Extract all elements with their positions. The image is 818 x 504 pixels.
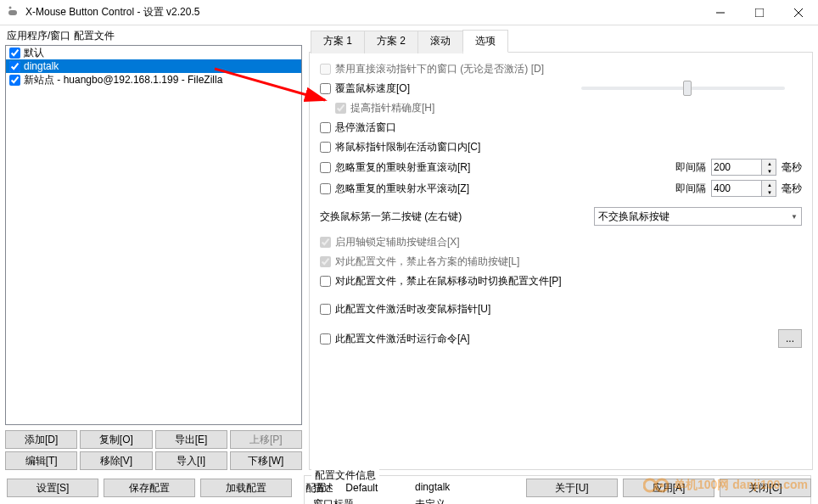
lock-cursor-checkbox[interactable]: [320, 142, 331, 153]
disable-scroll-checkbox: [320, 64, 331, 75]
list-item[interactable]: 默认: [6, 46, 301, 59]
remove-button[interactable]: 移除[V]: [80, 451, 152, 470]
list-item[interactable]: dingtalk: [6, 59, 301, 73]
profile-checkbox[interactable]: [9, 48, 20, 59]
horizontal-interval-input[interactable]: [711, 180, 762, 197]
maximize-icon: [755, 8, 764, 17]
tab-scheme1[interactable]: 方案 1: [311, 31, 365, 53]
svg-rect-0: [8, 10, 17, 15]
chevron-down-icon: ▼: [791, 213, 798, 221]
vertical-interval-input[interactable]: [711, 159, 762, 176]
movedown-button[interactable]: 下移[W]: [230, 451, 302, 470]
ignore-vertical-checkbox[interactable]: [320, 162, 331, 173]
run-command-checkbox[interactable]: [320, 333, 331, 344]
enhance-precision-checkbox: [335, 103, 346, 114]
svg-rect-3: [755, 8, 764, 17]
copy-button[interactable]: 复制[O]: [80, 430, 152, 449]
svg-point-1: [9, 6, 12, 8]
slider-thumb[interactable]: [683, 81, 692, 96]
spin-up[interactable]: ▲: [762, 160, 776, 167]
override-speed-checkbox[interactable]: [320, 83, 331, 94]
list-item[interactable]: 新站点 - huangbo@192.168.1.199 - FileZilla: [6, 73, 301, 87]
change-cursor-checkbox[interactable]: [320, 304, 331, 315]
spin-down[interactable]: ▼: [762, 167, 776, 175]
spin-down[interactable]: ▼: [762, 188, 776, 196]
browse-button[interactable]: ...: [778, 329, 802, 348]
app-icon: [7, 6, 20, 20]
spin-up[interactable]: ▲: [762, 181, 776, 188]
close-button[interactable]: [779, 0, 818, 25]
moveup-button: 上移[P]: [230, 430, 302, 449]
edit-button[interactable]: 编辑[T]: [5, 451, 77, 470]
settings-button[interactable]: 设置[S]: [7, 479, 98, 497]
profile-checkbox[interactable]: [9, 61, 20, 72]
close-icon: [794, 8, 803, 17]
profile-checkbox[interactable]: [9, 75, 20, 86]
load-config-button[interactable]: 加载配置: [200, 479, 292, 497]
disable-accel-checkbox: [320, 256, 331, 267]
profiles-listbox[interactable]: 默认 dingtalk 新站点 - huangbo@192.168.1.199 …: [5, 45, 302, 425]
apply-button[interactable]: 应用[A]: [623, 479, 714, 497]
close-dialog-button[interactable]: 关闭[C]: [720, 479, 811, 497]
about-button[interactable]: 关于[U]: [526, 479, 618, 497]
minimize-icon: [716, 8, 725, 17]
hover-activate-checkbox[interactable]: [320, 122, 331, 133]
axis-lock-checkbox: [320, 237, 331, 248]
add-button[interactable]: 添加[D]: [5, 430, 77, 449]
profiles-label: 应用程序/窗口 配置文件: [5, 29, 302, 43]
disable-switch-checkbox[interactable]: [320, 276, 331, 287]
minimize-button[interactable]: [701, 0, 740, 25]
ignore-horizontal-checkbox[interactable]: [320, 183, 331, 194]
tab-scheme2[interactable]: 方案 2: [364, 31, 418, 53]
tab-scrolling[interactable]: 滚动: [417, 31, 463, 53]
speed-slider[interactable]: [581, 87, 785, 90]
export-button[interactable]: 导出[E]: [155, 430, 227, 449]
save-config-button[interactable]: 保存配置: [104, 479, 195, 497]
import-button[interactable]: 导入[I]: [155, 451, 227, 470]
tab-options[interactable]: 选项: [462, 30, 508, 53]
window-title: X-Mouse Button Control - 设置 v2.20.5: [25, 5, 701, 20]
swap-buttons-combo[interactable]: 不交换鼠标按键 ▼: [594, 207, 802, 226]
maximize-button[interactable]: [740, 0, 779, 25]
